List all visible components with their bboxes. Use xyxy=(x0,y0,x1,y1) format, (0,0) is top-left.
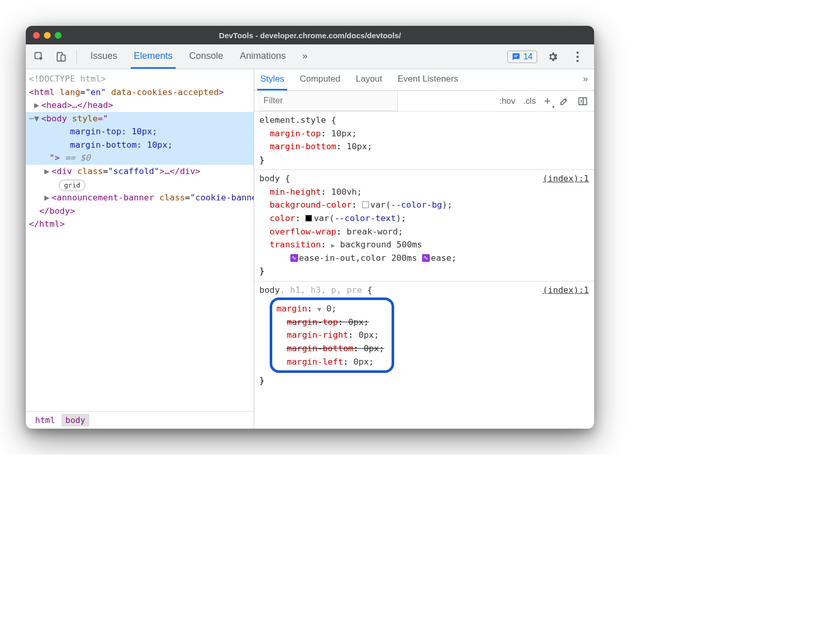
new-style-rule-button[interactable]: +▾ xyxy=(542,93,553,109)
styles-toolbar: :hov .cls +▾ xyxy=(254,91,594,112)
svg-point-5 xyxy=(577,51,579,53)
toggle-hover-button[interactable]: :hov xyxy=(497,96,517,107)
content-split: <!DOCTYPE html> <html lang="en" data-coo… xyxy=(26,69,594,429)
dom-tree[interactable]: <!DOCTYPE html> <html lang="en" data-coo… xyxy=(26,69,254,411)
breadcrumb-body[interactable]: body xyxy=(61,414,90,427)
device-toggle-icon[interactable] xyxy=(52,44,70,69)
paint-brush-icon[interactable] xyxy=(557,95,571,107)
svg-point-7 xyxy=(577,59,579,61)
svg-rect-2 xyxy=(61,55,65,61)
color-swatch-icon[interactable] xyxy=(305,215,312,222)
traffic-lights xyxy=(33,32,61,39)
inspect-element-icon[interactable] xyxy=(30,44,49,69)
window-titlebar: DevTools - developer.chrome.com/docs/dev… xyxy=(26,26,594,44)
sidebar-tabs: Styles Computed Layout Event Listeners » xyxy=(254,69,594,91)
color-swatch-icon[interactable] xyxy=(362,201,369,208)
selected-body-node[interactable]: ⋯▼<body style=" margin-top: 10px; margin… xyxy=(26,112,254,165)
head-node[interactable]: ▶<head>…</head> xyxy=(29,99,254,112)
settings-gear-icon[interactable] xyxy=(543,51,562,62)
rule-body-reset[interactable]: (index):1 body, h1, h3, p, pre { margin:… xyxy=(254,281,594,390)
styles-panel: Styles Computed Layout Event Listeners »… xyxy=(254,69,594,429)
minimize-window-button[interactable] xyxy=(44,32,51,39)
tab-computed[interactable]: Computed xyxy=(297,69,343,90)
tab-event-listeners[interactable]: Event Listeners xyxy=(395,69,461,90)
svg-rect-4 xyxy=(514,56,517,57)
zoom-window-button[interactable] xyxy=(55,32,61,39)
tab-issues[interactable]: Issues xyxy=(87,44,120,69)
computed-sidebar-toggle-icon[interactable] xyxy=(575,95,590,107)
tab-styles[interactable]: Styles xyxy=(257,69,287,90)
bezier-editor-icon[interactable] xyxy=(422,254,430,262)
window-title: DevTools - developer.chrome.com/docs/dev… xyxy=(26,31,594,40)
elements-panel: <!DOCTYPE html> <html lang="en" data-coo… xyxy=(26,69,254,429)
bezier-editor-icon[interactable] xyxy=(290,254,298,262)
source-link[interactable]: (index):1 xyxy=(543,284,589,297)
toolbar-divider xyxy=(76,50,77,64)
tab-console[interactable]: Console xyxy=(186,44,226,69)
tab-layout[interactable]: Layout xyxy=(353,69,385,90)
rule-element-style[interactable]: element.style { margin-top: 10px; margin… xyxy=(254,112,594,170)
toggle-classes-button[interactable]: .cls xyxy=(521,96,538,107)
svg-rect-3 xyxy=(514,55,518,55)
tab-elements[interactable]: Elements xyxy=(131,44,176,69)
grid-badge[interactable]: grid xyxy=(59,180,85,191)
issues-counter[interactable]: 14 xyxy=(507,51,537,63)
kebab-menu-icon[interactable] xyxy=(568,51,587,62)
style-rules-list: element.style { margin-top: 10px; margin… xyxy=(254,112,594,429)
toolbar-right: 14 xyxy=(507,44,590,69)
tab-animations[interactable]: Animations xyxy=(237,44,289,69)
doctype-node[interactable]: <!DOCTYPE html> xyxy=(29,72,254,86)
html-open-node[interactable]: <html lang="en" data-cookies-accepted> xyxy=(29,86,254,99)
breadcrumb-html[interactable]: html xyxy=(31,414,59,427)
announcement-banner-node[interactable]: ▶<announcement-banner class="cookie-bann… xyxy=(29,191,254,205)
rule-body[interactable]: (index):1 body { min-height: 100vh; back… xyxy=(254,170,594,281)
more-subtabs-button[interactable]: » xyxy=(580,69,591,90)
filter-input[interactable] xyxy=(258,91,398,111)
main-toolbar: Issues Elements Console Animations » 14 xyxy=(26,44,594,69)
margin-shorthand-highlight: margin: ▼ 0; margin-top: 0px; margin-rig… xyxy=(270,297,394,373)
main-tabs: Issues Elements Console Animations » xyxy=(83,44,504,69)
body-close-node[interactable]: </body> xyxy=(29,205,254,218)
grid-badge-row: grid xyxy=(29,178,254,192)
scaffold-div-node[interactable]: ▶<div class="scaffold">…</div> xyxy=(29,165,254,178)
issues-count-value: 14 xyxy=(523,52,533,61)
source-link[interactable]: (index):1 xyxy=(543,172,589,185)
more-tabs-button[interactable]: » xyxy=(299,44,310,69)
svg-point-6 xyxy=(577,55,579,57)
close-window-button[interactable] xyxy=(33,32,40,39)
html-close-node[interactable]: </html> xyxy=(29,217,254,231)
dom-breadcrumb: html body xyxy=(26,411,254,429)
devtools-window: DevTools - developer.chrome.com/docs/dev… xyxy=(26,26,594,429)
